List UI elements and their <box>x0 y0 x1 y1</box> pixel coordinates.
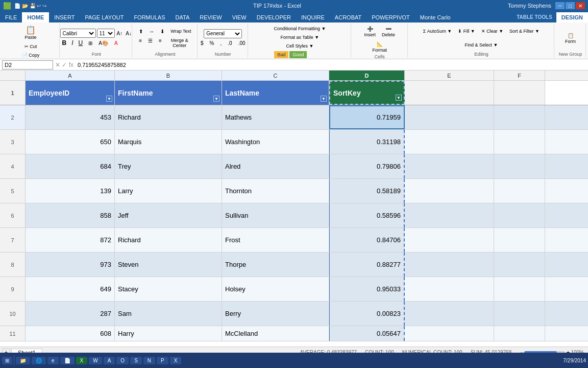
taskbar-excel2-button[interactable]: X <box>170 357 182 364</box>
taskbar-chrome-button[interactable]: 🌐 <box>32 357 46 364</box>
align-middle-button[interactable]: ↔ <box>146 27 157 36</box>
copy-button[interactable]: 📄 Copy <box>10 51 52 59</box>
taskbar-word-button[interactable]: W <box>89 357 102 364</box>
cell-d-4[interactable]: 0.79806 <box>329 154 405 178</box>
cell-c-4[interactable]: Alred <box>222 154 329 178</box>
header-cell-sortkey[interactable]: SortKey ▼ <box>329 81 405 105</box>
underline-button[interactable]: U <box>77 38 85 48</box>
font-color-button[interactable]: A <box>112 39 120 48</box>
cell-d-3[interactable]: 0.31198 <box>329 130 405 154</box>
cell-c-5[interactable]: Thornton <box>222 179 329 203</box>
cell-b-11[interactable]: Harry <box>115 326 222 341</box>
tab-formulas[interactable]: FORMULAS <box>129 12 170 22</box>
tab-file[interactable]: FILE <box>0 12 22 22</box>
cell-d-9[interactable]: 0.95033 <box>329 277 405 301</box>
cell-d-7[interactable]: 0.84706 <box>329 228 405 252</box>
formula-input[interactable] <box>76 60 586 70</box>
taskbar-start-button[interactable]: ⊞ <box>2 357 12 364</box>
font-size-select[interactable]: 11 <box>97 29 115 38</box>
tab-insert[interactable]: INSERT <box>49 12 80 22</box>
header-cell-lastname[interactable]: LastName ▼ <box>222 81 329 105</box>
cell-d-8[interactable]: 0.88277 <box>329 252 405 277</box>
cell-b-10[interactable]: Sam <box>115 302 222 326</box>
increase-font-button[interactable]: A↑ <box>116 30 124 37</box>
find-select-button[interactable]: Find & Select ▼ <box>462 41 500 49</box>
taskbar-access-button[interactable]: A <box>104 357 115 364</box>
number-format-select[interactable]: General <box>204 29 242 38</box>
cell-c-11[interactable]: McClelland <box>222 326 329 341</box>
cell-d-2[interactable]: 0.71959 <box>329 105 405 129</box>
col-header-e[interactable]: E <box>405 71 494 80</box>
taskbar-powerpoint-button[interactable]: P <box>157 357 168 364</box>
filter-lastname-button[interactable]: ▼ <box>321 96 327 102</box>
cell-b-5[interactable]: Larry <box>115 179 222 203</box>
taskbar-lync-button[interactable]: S <box>130 357 142 364</box>
merge-center-button[interactable]: Merge & Center <box>165 36 194 50</box>
cut-button[interactable]: ✂ Cut <box>10 42 52 51</box>
cell-d-10[interactable]: 0.00823 <box>329 302 405 326</box>
decrease-font-button[interactable]: A↓ <box>125 30 133 37</box>
col-header-f[interactable]: F <box>494 71 545 80</box>
col-header-d[interactable]: D <box>329 71 405 80</box>
percent-button[interactable]: % <box>207 39 217 48</box>
taskbar-acrobat-button[interactable]: 📄 <box>60 357 75 364</box>
col-header-c[interactable]: C <box>222 71 329 80</box>
cell-d-6[interactable]: 0.58596 <box>329 203 405 227</box>
close-button[interactable]: ✕ <box>576 2 585 9</box>
taskbar-ie-button[interactable]: e <box>47 357 59 364</box>
cell-a-10[interactable]: 287 <box>26 302 115 326</box>
col-header-b[interactable]: B <box>115 71 222 80</box>
tab-home[interactable]: HOME <box>22 12 49 22</box>
cell-c-7[interactable]: Frost <box>222 228 329 252</box>
cell-a-8[interactable]: 973 <box>26 252 115 277</box>
comma-button[interactable]: , <box>218 39 225 48</box>
col-header-a[interactable]: A <box>26 71 115 80</box>
cell-c-3[interactable]: Washington <box>222 130 329 154</box>
tab-inquire[interactable]: INQUIRE <box>296 12 330 22</box>
fill-color-button[interactable]: A🎨 <box>96 39 111 48</box>
cell-b-7[interactable]: Richard <box>115 228 222 252</box>
cell-a-5[interactable]: 139 <box>26 179 115 203</box>
header-cell-firstname[interactable]: FirstName ▼ <box>115 81 222 105</box>
cell-b-3[interactable]: Marquis <box>115 130 222 154</box>
clear-button[interactable]: ✕ Clear ▼ <box>479 27 506 35</box>
header-cell-employeeid[interactable]: EmployeeID ▼ <box>26 81 115 105</box>
cell-a-9[interactable]: 649 <box>26 277 115 301</box>
italic-button[interactable]: I <box>69 38 75 48</box>
cell-a-3[interactable]: 650 <box>26 130 115 154</box>
name-box[interactable] <box>2 60 53 70</box>
cell-a-4[interactable]: 684 <box>26 154 115 178</box>
increase-decimal-button[interactable]: .0 <box>225 39 234 48</box>
tab-developer[interactable]: DEVELOPER <box>252 12 296 22</box>
cell-c-8[interactable]: Thorpe <box>222 252 329 277</box>
tab-acrobat[interactable]: ACROBAT <box>330 12 366 22</box>
align-left-button[interactable]: ≡ <box>136 36 144 50</box>
taskbar-explorer-button[interactable]: 📁 <box>16 357 30 364</box>
cell-c-2[interactable]: Mathews <box>222 105 329 129</box>
tab-montecarlo[interactable]: Monte Carlo <box>415 12 456 22</box>
bold-button[interactable]: B <box>60 38 69 48</box>
cell-b-9[interactable]: Stacey <box>115 277 222 301</box>
align-bottom-button[interactable]: ⬇ <box>158 27 167 36</box>
cell-b-2[interactable]: Richard <box>115 105 222 129</box>
cell-c-10[interactable]: Berry <box>222 302 329 326</box>
currency-button[interactable]: $ <box>198 39 206 48</box>
fill-button[interactable]: ⬇ Fill ▼ <box>455 27 477 35</box>
insert-cells-button[interactable]: ➕ Insert <box>362 25 379 39</box>
align-top-button[interactable]: ⬆ <box>136 27 145 36</box>
align-center-button[interactable]: ☰ <box>145 36 155 50</box>
form-button[interactable]: 📋 Form <box>562 31 578 45</box>
cell-c-9[interactable]: Holsey <box>222 277 329 301</box>
cell-b-6[interactable]: Jeff <box>115 203 222 227</box>
sort-filter-button[interactable]: Sort & Filter ▼ <box>507 27 542 35</box>
minimize-button[interactable]: ─ <box>555 2 565 9</box>
maximize-button[interactable]: □ <box>566 2 575 9</box>
cell-b-4[interactable]: Trey <box>115 154 222 178</box>
taskbar-onenote-button[interactable]: N <box>143 357 155 364</box>
cell-d-5[interactable]: 0.58189 <box>329 179 405 203</box>
font-family-select[interactable]: Calibri <box>60 29 96 38</box>
tab-data[interactable]: DATA <box>170 12 195 22</box>
cell-a-7[interactable]: 872 <box>26 228 115 252</box>
cell-b-8[interactable]: Steven <box>115 252 222 277</box>
filter-sortkey-button[interactable]: ▼ <box>396 95 402 101</box>
